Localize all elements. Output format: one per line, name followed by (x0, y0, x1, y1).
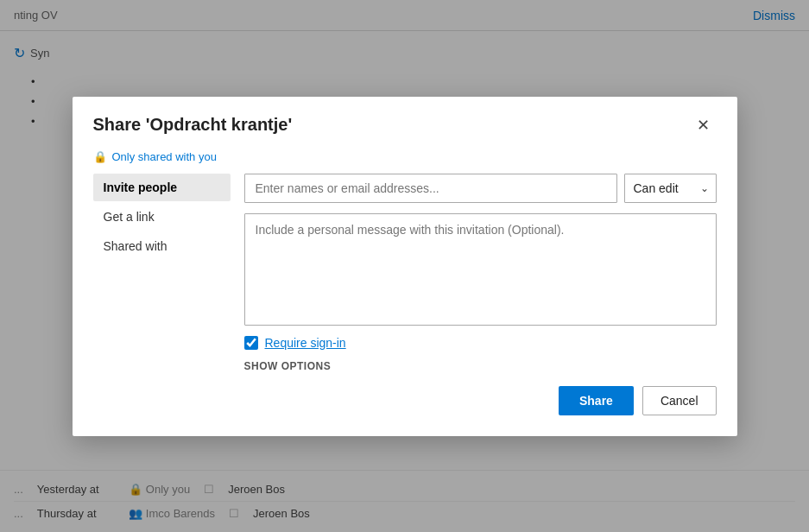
modal-right-content: Can edit Can view Can review ⌄ Require s… (244, 174, 717, 372)
chevron-down-icon: ⌄ (698, 175, 716, 201)
modal-subtitle: 🔒 Only shared with you (73, 147, 737, 174)
invite-input[interactable] (244, 174, 617, 203)
show-options-button[interactable]: SHOW OPTIONS (244, 360, 717, 372)
modal-body: Invite people Get a link Shared with Can… (73, 174, 737, 372)
permission-select-wrapper[interactable]: Can edit Can view Can review ⌄ (624, 174, 717, 203)
modal-header: Share 'Opdracht krantje' ✕ (73, 97, 737, 147)
require-signin-checkbox[interactable] (244, 336, 258, 350)
message-textarea[interactable] (244, 213, 717, 326)
nav-item-invite-people[interactable]: Invite people (93, 174, 231, 201)
invite-row: Can edit Can view Can review ⌄ (244, 174, 717, 203)
nav-item-get-a-link[interactable]: Get a link (93, 203, 231, 231)
modal-footer: Share Cancel (73, 372, 737, 415)
cancel-button[interactable]: Cancel (642, 386, 717, 415)
require-signin-label[interactable]: Require sign-in (265, 336, 346, 350)
sharing-status: Only shared with you (112, 150, 217, 163)
modal-nav: Invite people Get a link Shared with (93, 174, 244, 372)
modal-title: Share 'Opdracht krantje' (93, 115, 293, 135)
signin-row: Require sign-in (244, 336, 717, 350)
lock-icon: 🔒 (93, 150, 107, 163)
close-button[interactable]: ✕ (690, 114, 717, 136)
nav-item-shared-with[interactable]: Shared with (93, 232, 231, 260)
share-modal: Share 'Opdracht krantje' ✕ 🔒 Only shared… (73, 97, 737, 436)
modal-overlay: Share 'Opdracht krantje' ✕ 🔒 Only shared… (0, 0, 809, 532)
permission-select[interactable]: Can edit Can view Can review (625, 174, 698, 202)
share-button[interactable]: Share (559, 386, 634, 415)
